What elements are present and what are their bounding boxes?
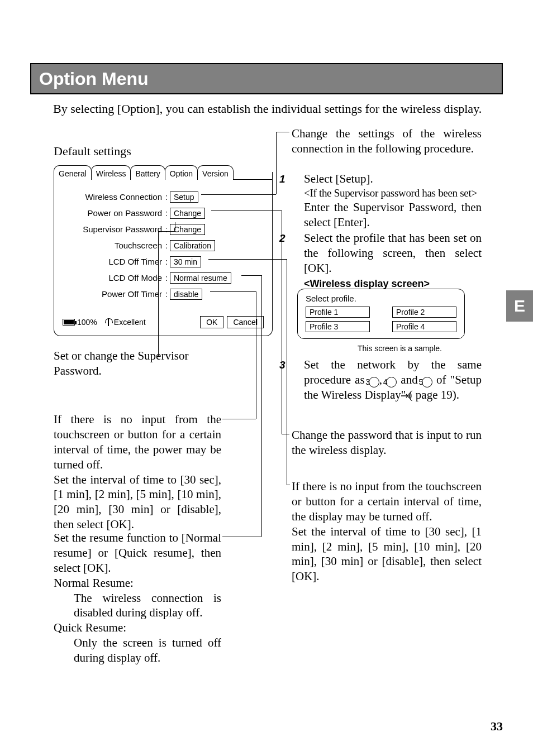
supervisor-note: Set or change the Supervisor Password. <box>54 348 221 379</box>
row-power-off-timer: Power Off Timer: disable <box>60 286 266 302</box>
section-header: Option Menu <box>30 63 503 94</box>
intro-text: By selecting [Option], you can establish… <box>53 102 500 116</box>
conn-intro-block: Change the settings of the wireless conn… <box>292 126 482 156</box>
tab-version[interactable]: Version <box>197 165 234 180</box>
power-off-block: If there is no input from the touchscree… <box>54 412 221 532</box>
default-settings-label: Default settings <box>54 144 131 159</box>
signal-icon <box>105 318 112 326</box>
label-supervisor-password: Supervisor Password <box>60 224 165 234</box>
step1-condition: <If the Supervisor password has been set… <box>292 186 482 200</box>
quick-resume-heading: Quick Resume: <box>54 620 221 635</box>
password-block: Change the password that is input to run… <box>292 428 482 458</box>
step3-num: 3 <box>292 358 304 372</box>
row-touchscreen: Touchscreen: Calibration <box>60 237 266 253</box>
svg-rect-0 <box>408 394 411 398</box>
label-power-off-timer: Power Off Timer <box>60 289 165 299</box>
step-1: 1Select [Setup]. <If the Supervisor pass… <box>292 171 482 230</box>
battery-percent: 100% <box>77 318 97 327</box>
circled-5-icon: 5 <box>422 377 432 387</box>
profile-4-button[interactable]: Profile 4 <box>392 321 456 332</box>
value-lcd-off-mode[interactable]: Normal resume <box>170 272 231 284</box>
row-lcd-off-timer: LCD Off Timer: 30 min <box>60 253 266 270</box>
ok-button[interactable]: OK <box>200 316 223 328</box>
label-lcd-off-mode: LCD Off Mode <box>60 273 165 283</box>
quick-resume-body: Only the screen is turned off during dis… <box>54 635 221 666</box>
status-bar: 100% Excellent OK Cancel <box>63 316 264 328</box>
tab-general[interactable]: General <box>54 165 92 180</box>
label-wireless-connection: Wireless Connection <box>60 192 165 202</box>
profile-1-button[interactable]: Profile 1 <box>306 307 370 318</box>
value-power-off-timer[interactable]: disable <box>170 289 202 300</box>
sample-note: This screen is a sample. <box>358 344 442 353</box>
normal-resume-body: The wireless connection is disabled duri… <box>54 591 221 621</box>
cancel-button[interactable]: Cancel <box>227 316 264 328</box>
circled-4-icon: 4 <box>386 377 397 387</box>
tab-bar: General Wireless Battery Option Version <box>54 165 273 180</box>
resume-block: Set the resume function to [Normal resum… <box>54 530 221 666</box>
row-wireless-connection: Wireless Connection: Setup <box>60 189 266 205</box>
profile-3-button[interactable]: Profile 3 <box>306 321 370 332</box>
tab-battery[interactable]: Battery <box>130 165 165 180</box>
value-touchscreen[interactable]: Calibration <box>170 240 215 251</box>
wireless-screen-heading: <Wireless display screen> <box>304 278 430 289</box>
battery-icon <box>63 319 75 326</box>
lcd-timer-block: If there is no input from the touchscree… <box>292 479 482 584</box>
normal-resume-heading: Normal Resume: <box>54 576 221 591</box>
tab-wireless[interactable]: Wireless <box>91 165 131 180</box>
step-2: 2Select the profile that has been set on… <box>292 231 482 291</box>
tab-option[interactable]: Option <box>165 165 198 180</box>
profile-select-title: Select profile. <box>306 294 456 303</box>
value-power-on-password[interactable]: Change <box>170 208 205 219</box>
side-tab-e: E <box>506 290 533 322</box>
profile-select-panel: Select profile. Profile 1 Profile 2 Prof… <box>297 289 465 339</box>
step1-num: 1 <box>292 173 304 186</box>
label-power-on-password: Power on Password <box>60 208 165 218</box>
label-lcd-off-timer: LCD Off Timer <box>60 257 165 266</box>
page-number: 33 <box>491 719 503 734</box>
row-power-on-password: Power on Password: Change <box>60 205 266 221</box>
profile-2-button[interactable]: Profile 2 <box>392 307 456 318</box>
label-touchscreen: Touchscreen <box>60 241 165 250</box>
step2-num: 2 <box>292 232 304 245</box>
option-settings-panel: General Wireless Battery Option Version … <box>54 165 273 336</box>
value-wireless-connection[interactable]: Setup <box>170 192 198 203</box>
row-lcd-off-mode: LCD Off Mode: Normal resume <box>60 270 266 286</box>
section-title: Option Menu <box>39 69 149 89</box>
circled-3-icon: 3 <box>369 377 379 387</box>
row-supervisor-password: Supervisor Password: Change <box>60 221 266 237</box>
step-3: 3Set the network by the same procedure a… <box>292 357 482 404</box>
value-lcd-off-timer[interactable]: 30 min <box>170 256 201 267</box>
signal-label: Excellent <box>114 318 146 327</box>
step1-sub: Enter the Supervisor Password, then sele… <box>292 200 482 230</box>
